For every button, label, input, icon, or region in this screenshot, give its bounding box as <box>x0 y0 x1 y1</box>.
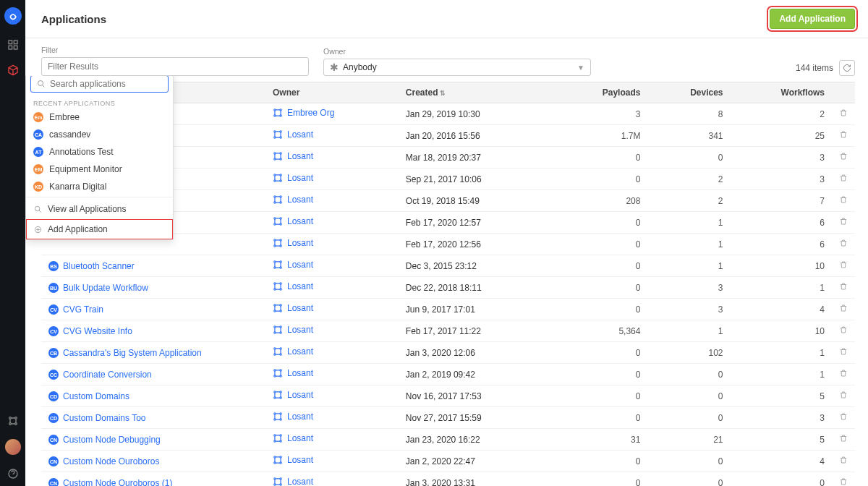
owner-link[interactable]: Losant <box>273 433 313 443</box>
owner-link[interactable]: Losant <box>273 238 313 248</box>
svg-point-23 <box>280 158 281 160</box>
column-owner[interactable]: Owner <box>265 82 399 103</box>
owner-link[interactable]: Losant <box>273 173 313 183</box>
refresh-button[interactable] <box>839 60 855 76</box>
svg-point-19 <box>280 137 281 138</box>
page-title: Applications <box>41 13 106 25</box>
payloads-cell: 0 <box>556 169 648 190</box>
svg-point-33 <box>280 218 281 219</box>
svg-rect-1 <box>14 40 17 44</box>
app-link[interactable]: CDCustom Domains <box>48 391 129 401</box>
payloads-cell: 0 <box>556 364 648 385</box>
owner-link[interactable]: Losant <box>273 390 313 400</box>
svg-point-14 <box>274 115 276 116</box>
svg-point-28 <box>274 196 276 197</box>
delete-button[interactable] <box>832 320 855 342</box>
payloads-cell: 208 <box>556 190 648 212</box>
app-link[interactable]: CNCustom Node Ouroboros <box>48 456 159 466</box>
dropdown-recent-item[interactable]: EmEmbree <box>26 108 173 126</box>
delete-button[interactable] <box>832 125 855 147</box>
owner-link[interactable]: Losant <box>273 195 313 205</box>
sort-icon: ⇅ <box>440 90 446 97</box>
delete-button[interactable] <box>832 147 855 169</box>
devices-cell: 8 <box>647 103 730 125</box>
created-cell: Jan 23, 2020 16:22 <box>399 429 556 451</box>
app-link[interactable]: CVCVG Train <box>48 304 103 315</box>
dropdown-search-input[interactable] <box>50 79 162 89</box>
column-payloads[interactable]: Payloads <box>556 82 648 103</box>
dropdown-add-application[interactable]: Add Application <box>26 219 173 239</box>
dropdown-search[interactable] <box>30 76 169 93</box>
delete-button[interactable] <box>832 385 855 407</box>
view-all-applications[interactable]: View all Applications <box>26 199 173 219</box>
table-row: CNCustom Node Ouroboros (1) Losant Jan 3… <box>41 472 855 487</box>
delete-button[interactable] <box>832 407 855 429</box>
owner-link[interactable]: Losant <box>273 412 313 422</box>
delete-button[interactable] <box>832 190 855 212</box>
delete-button[interactable] <box>832 103 855 125</box>
delete-button[interactable] <box>832 299 855 320</box>
svg-point-24 <box>274 174 276 176</box>
org-icon <box>273 303 283 313</box>
dropdown-recent-item[interactable]: CAcassandev <box>26 126 173 143</box>
owner-link[interactable]: Losant <box>273 368 313 378</box>
devices-cell: 0 <box>647 364 730 385</box>
workflows-cell: 6 <box>731 234 832 255</box>
owner-link[interactable]: Losant <box>273 477 313 486</box>
delete-button[interactable] <box>832 169 855 190</box>
owner-link[interactable]: Losant <box>273 216 313 226</box>
owner-link[interactable]: Losant <box>273 346 313 357</box>
delete-button[interactable] <box>832 364 855 385</box>
delete-button[interactable] <box>832 212 855 234</box>
delete-button[interactable] <box>832 255 855 277</box>
dropdown-recent-item[interactable]: EMEquipment Monitor <box>26 161 173 178</box>
delete-button[interactable] <box>832 451 855 472</box>
sidebar-dashboard-icon[interactable] <box>0 32 25 57</box>
user-avatar[interactable] <box>5 439 21 455</box>
owner-link[interactable]: Losant <box>273 325 313 335</box>
app-link[interactable]: CCCoordinate Conversion <box>48 370 152 380</box>
svg-point-16 <box>274 131 276 132</box>
owner-link[interactable]: Losant <box>273 151 313 161</box>
owner-link[interactable]: Embree Org <box>273 108 334 118</box>
svg-point-27 <box>280 180 281 182</box>
column-created[interactable]: Created⇅ <box>399 82 556 103</box>
created-cell: Nov 27, 2017 15:59 <box>399 407 556 429</box>
delete-button[interactable] <box>832 277 855 299</box>
help-icon[interactable] <box>0 461 25 486</box>
brand-logo[interactable] <box>4 7 22 25</box>
created-cell: Oct 19, 2018 15:49 <box>399 190 556 212</box>
delete-button[interactable] <box>832 429 855 451</box>
table-row: BUBulk Update Workflow Losant Dec 22, 20… <box>41 277 855 299</box>
column-devices[interactable]: Devices <box>647 82 730 103</box>
owner-link[interactable]: Losant <box>273 303 313 313</box>
owner-select[interactable]: ✱Anybody ▼ <box>323 59 591 76</box>
sidebar-cube-icon[interactable] <box>0 57 25 82</box>
app-link[interactable]: CNCustom Node Ouroboros (1) <box>48 478 172 486</box>
app-badge: CC <box>48 370 59 380</box>
owner-link[interactable]: Losant <box>273 260 313 270</box>
delete-button[interactable] <box>832 234 855 255</box>
owner-link[interactable]: Losant <box>273 455 313 465</box>
dropdown-recent-item[interactable]: KDKanarra Digital <box>26 178 173 195</box>
owner-link[interactable]: Losant <box>273 129 313 140</box>
svg-point-72 <box>274 435 276 436</box>
add-application-button[interactable]: Add Application <box>770 9 855 29</box>
sidebar-nodes-icon[interactable] <box>0 408 25 433</box>
app-link[interactable]: BUBulk Update Workflow <box>48 283 148 293</box>
delete-button[interactable] <box>832 342 855 364</box>
app-link[interactable]: CVCVG Website Info <box>48 326 132 336</box>
svg-point-29 <box>280 196 281 197</box>
delete-button[interactable] <box>832 472 855 487</box>
filter-input[interactable] <box>41 57 309 76</box>
app-link[interactable]: CBCassandra's Big System Application <box>48 348 202 358</box>
app-link[interactable]: BSBluetooth Scanner <box>48 261 135 271</box>
owner-link[interactable]: Losant <box>273 281 313 291</box>
svg-point-65 <box>280 391 281 393</box>
devices-cell: 0 <box>647 147 730 169</box>
created-cell: Feb 17, 2020 12:56 <box>399 234 556 255</box>
app-link[interactable]: CNCustom Node Debugging <box>48 435 161 445</box>
app-link[interactable]: CDCustom Domains Too <box>48 413 146 423</box>
column-workflows[interactable]: Workflows <box>731 82 832 103</box>
dropdown-recent-item[interactable]: ATAnnotations Test <box>26 143 173 161</box>
